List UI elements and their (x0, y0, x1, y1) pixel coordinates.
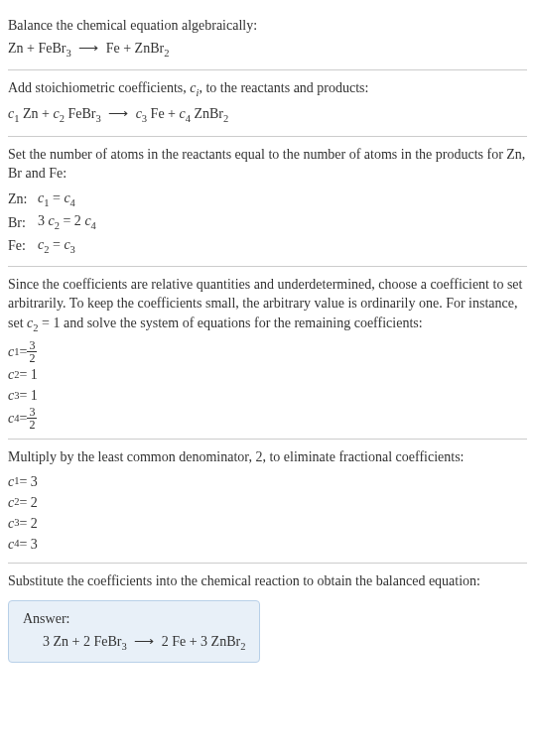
eq-rhs: Fe + ZnBr (106, 41, 164, 56)
eq-sub2: 2 (164, 47, 169, 58)
add-coef-text: Add stoichiometric coefficients, ci, to … (8, 78, 527, 100)
integer-coefficients: c1 = 3 c2 = 2 c3 = 2 c4 = 3 (8, 471, 527, 555)
table-row: c1 = 32 (8, 339, 527, 364)
answer-label: Answer: (23, 611, 245, 627)
section-add-coefficients: Add stoichiometric coefficients, ci, to … (8, 70, 527, 136)
section-atom-equations: Set the number of atoms in the reactants… (8, 137, 527, 267)
section-multiply-lcd: Multiply by the least common denominator… (8, 440, 527, 564)
table-row: c3 = 2 (8, 513, 527, 534)
unbalanced-equation: Zn + FeBr3 ⟶ Fe + ZnBr2 (8, 40, 527, 59)
arrow-icon: ⟶ (108, 105, 128, 122)
arrow-icon: ⟶ (134, 633, 154, 650)
intro-text: Balance the chemical equation algebraica… (8, 16, 527, 36)
section-final-answer: Substitute the coefficients into the che… (8, 564, 527, 671)
eq-sub1: 3 (66, 47, 70, 58)
eq-lhs: Zn + FeBr (8, 41, 66, 56)
table-row: Fe: c2 = c3 (8, 234, 527, 258)
fraction: 32 (27, 406, 37, 431)
substitute-text: Substitute the coefficients into the che… (8, 571, 527, 591)
section-solve-fractional: Since the coefficients are relative quan… (8, 267, 527, 441)
table-row: Br: 3 c2 = 2 c4 (8, 210, 527, 234)
atom-eq-text: Set the number of atoms in the reactants… (8, 145, 527, 184)
section-balance-intro: Balance the chemical equation algebraica… (8, 8, 527, 70)
answer-box: Answer: 3 Zn + 2 FeBr3 ⟶ 2 Fe + 3 ZnBr2 (8, 600, 260, 663)
table-row: c4 = 32 (8, 406, 527, 431)
atom-equations-table: Zn: c1 = c4 Br: 3 c2 = 2 c4 Fe: c2 = c3 (8, 188, 527, 258)
coefficient-equation: c1 Zn + c2 FeBr3 ⟶ c3 Fe + c4 ZnBr2 (8, 105, 527, 124)
table-row: c2 = 2 (8, 492, 527, 513)
solve-text: Since the coefficients are relative quan… (8, 275, 527, 336)
lcd-text: Multiply by the least common denominator… (8, 447, 527, 467)
table-row: c4 = 3 (8, 534, 527, 555)
table-row: c3 = 1 (8, 385, 527, 406)
table-row: Zn: c1 = c4 (8, 188, 527, 211)
table-row: c1 = 3 (8, 471, 527, 492)
fractional-coefficients: c1 = 32 c2 = 1 c3 = 1 c4 = 32 (8, 339, 527, 431)
balanced-equation: 3 Zn + 2 FeBr3 ⟶ 2 Fe + 3 ZnBr2 (23, 633, 245, 652)
arrow-icon: ⟶ (78, 40, 98, 57)
table-row: c2 = 1 (8, 364, 527, 385)
fraction: 32 (27, 339, 37, 364)
